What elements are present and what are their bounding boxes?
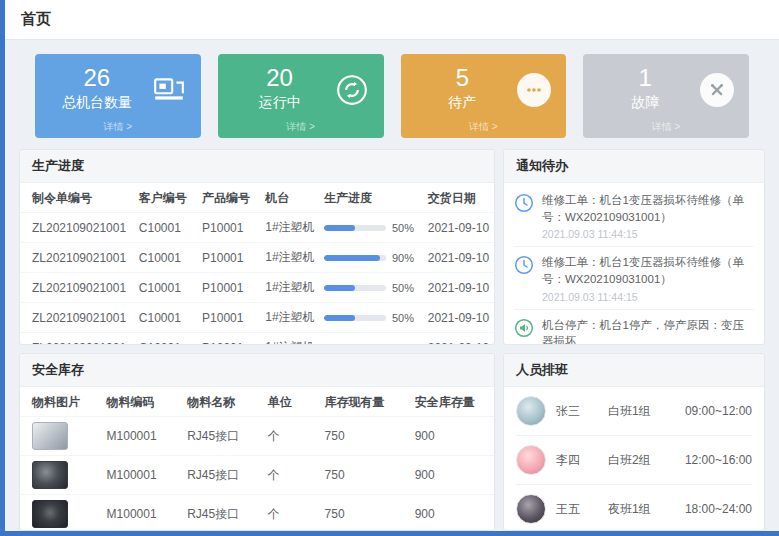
avatar [516, 396, 546, 426]
notice-text: 机台停产：机台1停产，停产原因：变压器损坏 [542, 317, 754, 344]
production-progress-panel: 生产进度 制令单编号 客户编号 产品编号 机台 生产进度 交货日期 [19, 149, 495, 345]
stat-value: 1 [591, 64, 699, 92]
stat-label: 待产 [409, 94, 517, 112]
table-header-row: 物料图片 物料编码 物料名称 单位 库存现有量 安全库存量 [20, 387, 494, 417]
notice-text: 维修工单：机台1变压器损坏待维修（单号：WX202109031001） [542, 254, 754, 287]
notice-item[interactable]: 维修工单：机台1变压器损坏待维修（单号：WX202109031001） 2021… [514, 247, 754, 309]
running-icon [334, 72, 370, 108]
progress-bar [324, 285, 386, 291]
stat-card-total-machines[interactable]: 26 总机台数量 详情 > [35, 54, 201, 138]
material-image [32, 422, 68, 450]
table-row: ZL202109021001 C10001 P10001 1#注塑机 50% 2… [20, 303, 494, 333]
table-header-row: 制令单编号 客户编号 产品编号 机台 生产进度 交货日期 [20, 183, 494, 213]
notice-text: 维修工单：机台1变压器损坏待维修（单号：WX202109031001） [542, 192, 754, 225]
staff-row: 张三 白班1组 09:00~12:00 [516, 387, 752, 436]
staff-time: 12:00~16:00 [685, 453, 752, 467]
material-image [32, 461, 68, 489]
avatar [516, 494, 546, 524]
page-title: 首页 [21, 10, 51, 29]
progress-percent: 50% [392, 282, 414, 294]
staff-time: 09:00~12:00 [685, 404, 752, 418]
progress-bar [324, 255, 386, 261]
table-row: M100001 RJ45接口 个 750 900 [20, 417, 494, 456]
table-row: ZL202109021001 C10001 P10001 1#注塑机 50% 2… [20, 333, 494, 345]
production-table: 制令单编号 客户编号 产品编号 机台 生产进度 交货日期 ZL202109021… [20, 183, 494, 344]
table-row: M100001 RJ45接口 个 750 900 [20, 456, 494, 495]
stat-value: 26 [43, 64, 151, 92]
material-image [32, 500, 68, 528]
progress-percent: 50% [392, 222, 414, 234]
staff-shift: 白班1组 [608, 403, 675, 420]
notice-item[interactable]: 机台停产：机台1停产，停产原因：变压器损坏 2021.09.03 11:44:1… [514, 310, 754, 344]
panel-title: 生产进度 [20, 150, 494, 183]
notice-item[interactable]: 维修工单：机台1变压器损坏待维修（单号：WX202109031001） 2021… [514, 185, 754, 247]
panel-title: 安全库存 [20, 354, 494, 387]
staff-name: 王五 [556, 501, 598, 518]
staff-shift: 白班2组 [608, 452, 675, 469]
staff-name: 张三 [556, 403, 598, 420]
safety-inventory-panel: 安全库存 物料图片 物料编码 物料名称 单位 库存现有量 安全库存量 [19, 353, 495, 531]
inventory-table: 物料图片 物料编码 物料名称 单位 库存现有量 安全库存量 M100001 R [20, 387, 494, 530]
stat-cards: 26 总机台数量 详情 > 20 运行中 详情 > 5 待产 [5, 40, 779, 149]
stat-card-fault[interactable]: 1 故障 详情 > [583, 54, 749, 138]
progress-bar [324, 225, 386, 231]
staff-name: 李四 [556, 452, 598, 469]
notifications-panel: 通知待办 维修工单：机台1变压器损坏待维修（单号：WX202109031001）… [503, 149, 765, 345]
staff-schedule-panel: 人员排班 张三 白班1组 09:00~12:00 李四 白班2组 12:00~1… [503, 353, 765, 531]
staff-shift: 夜班1组 [608, 501, 675, 518]
staff-time: 18:00~24:00 [685, 502, 752, 516]
dashboard-page: 首页 26 总机台数量 详情 > 20 运行中 详情 > [0, 0, 779, 536]
stat-detail-link[interactable]: 详情 > [401, 120, 567, 134]
stat-detail-link[interactable]: 详情 > [35, 120, 201, 134]
clock-icon [514, 193, 534, 213]
ellipsis-icon [517, 73, 551, 107]
stat-label: 运行中 [226, 94, 334, 112]
stat-card-waiting[interactable]: 5 待产 详情 > [401, 54, 567, 138]
stat-label: 故障 [591, 94, 699, 112]
speaker-icon [514, 318, 534, 338]
stat-label: 总机台数量 [43, 94, 151, 112]
notice-time: 2021.09.03 11:44:15 [542, 228, 754, 240]
machine-icon [151, 72, 187, 108]
stat-value: 5 [409, 64, 517, 92]
clock-icon [514, 255, 534, 275]
table-row: ZL202109021001 C10001 P10001 1#注塑机 90% 2… [20, 243, 494, 273]
stat-detail-link[interactable]: 详情 > [583, 120, 749, 134]
tools-icon [700, 73, 734, 107]
progress-percent: 50% [392, 312, 414, 324]
panel-title: 人员排班 [504, 354, 764, 387]
staff-row: 王五 夜班1组 18:00~24:00 [516, 485, 752, 530]
top-bar: 首页 [5, 0, 779, 40]
avatar [516, 445, 546, 475]
stat-detail-link[interactable]: 详情 > [218, 120, 384, 134]
progress-bar [324, 315, 386, 321]
progress-percent: 50% [392, 342, 414, 345]
stat-value: 20 [226, 64, 334, 92]
table-row: M100001 RJ45接口 个 750 900 [20, 495, 494, 531]
main-grid: 生产进度 制令单编号 客户编号 产品编号 机台 生产进度 交货日期 [5, 149, 779, 536]
staff-row: 李四 白班2组 12:00~16:00 [516, 436, 752, 485]
table-row: ZL202109021001 C10001 P10001 1#注塑机 50% 2… [20, 273, 494, 303]
table-row: ZL202109021001 C10001 P10001 1#注塑机 50% 2… [20, 213, 494, 243]
stat-card-running[interactable]: 20 运行中 详情 > [218, 54, 384, 138]
panel-title: 通知待办 [504, 150, 764, 183]
progress-percent: 90% [392, 252, 414, 264]
notice-time: 2021.09.03 11:44:15 [542, 291, 754, 303]
